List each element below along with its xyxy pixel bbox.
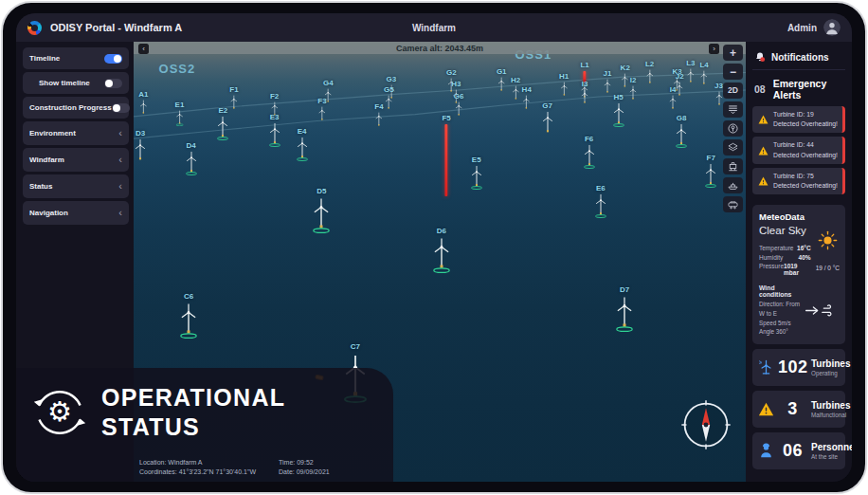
turbine-icon bbox=[217, 116, 229, 140]
warning-icon bbox=[758, 176, 769, 186]
chevron-icon: ‹ bbox=[118, 128, 122, 138]
toggle-construction-progress[interactable] bbox=[112, 103, 130, 113]
turbine-d5[interactable]: D5 bbox=[313, 188, 331, 234]
alert-item[interactable]: Turbine ID: 44 Detected Overheating! bbox=[752, 137, 845, 163]
turbine-g5[interactable]: G5 bbox=[384, 86, 394, 111]
turbine-g8[interactable]: G8 bbox=[676, 115, 688, 148]
sidebar-item-environment[interactable]: Environment‹ bbox=[23, 121, 129, 145]
alert-item[interactable]: Turbine ID: 75 Detected Overheating! bbox=[752, 168, 845, 194]
sidebar-item-label: Navigation bbox=[29, 209, 68, 217]
turbine-d6[interactable]: D6 bbox=[432, 228, 450, 274]
wind-line: Direction: From W to E bbox=[759, 300, 805, 319]
turbine-e6[interactable]: E6 bbox=[594, 185, 606, 218]
layers-button[interactable] bbox=[723, 139, 743, 156]
sidebar-item-show-timeline[interactable]: Show timeline bbox=[23, 72, 129, 94]
chevron-icon: ‹ bbox=[118, 208, 122, 218]
turbine-i4[interactable]: I4 bbox=[669, 86, 678, 111]
turbine-label: G6 bbox=[454, 93, 464, 101]
turbine-e5[interactable]: E5 bbox=[470, 156, 482, 190]
notifications-header[interactable]: Notifications bbox=[752, 48, 845, 70]
locate-button[interactable] bbox=[723, 120, 743, 137]
substation-button[interactable] bbox=[723, 158, 743, 174]
turbine-e1[interactable]: E1 bbox=[175, 101, 185, 126]
status-card-turbines-operating: 102TurbinesOperating bbox=[752, 349, 845, 386]
turbine-g1[interactable]: G1 bbox=[497, 68, 507, 93]
turbine-icon bbox=[669, 95, 678, 111]
alert-item[interactable]: Turbine ID: 19 Detected Overheating! bbox=[752, 106, 845, 133]
turbine-label: G8 bbox=[677, 115, 687, 122]
toggle-knob bbox=[105, 80, 113, 87]
status-text: TurbinesMalfunctional bbox=[811, 400, 850, 419]
turbine-c6[interactable]: C6 bbox=[180, 293, 198, 339]
view-2d-button[interactable]: 2D bbox=[723, 82, 743, 99]
turbine-h2[interactable]: H2 bbox=[511, 77, 520, 101]
meteo-title: MeteoData bbox=[759, 211, 839, 222]
turbine-l4[interactable]: L4 bbox=[699, 62, 708, 86]
turbine-f7[interactable]: F7 bbox=[705, 155, 717, 188]
turbine-label: D7 bbox=[620, 286, 629, 294]
emergency-alerts-header: 08 Emergency Alerts bbox=[752, 70, 845, 106]
collapse-right-button[interactable]: › bbox=[709, 44, 719, 54]
turbine-g6[interactable]: G6 bbox=[454, 93, 464, 118]
turbine-d7[interactable]: D7 bbox=[616, 286, 634, 333]
collapse-left-button[interactable]: ‹ bbox=[138, 44, 149, 54]
turbine-label: E5 bbox=[472, 156, 481, 164]
turbine-h1[interactable]: H1 bbox=[559, 73, 569, 98]
turbine-j3[interactable]: J3 bbox=[714, 82, 723, 107]
wind-line: Angle 360° bbox=[759, 327, 805, 337]
status-value: 102 bbox=[778, 358, 807, 377]
turbine-f4[interactable]: F4 bbox=[374, 103, 383, 128]
zoom-out-button[interactable]: − bbox=[723, 64, 743, 80]
turbine-f3[interactable]: F3 bbox=[317, 98, 326, 122]
top-bar: ODISY Portal - Windfarm A Windfarm Admin bbox=[16, 13, 852, 42]
station-label-oss2[interactable]: OSS2 bbox=[159, 61, 196, 75]
map-toolbar: +−2D bbox=[723, 45, 743, 212]
app-title: ODISY Portal - Windfarm A bbox=[50, 22, 182, 33]
turbine-label: E6 bbox=[596, 185, 606, 192]
sidebar-item-timeline[interactable]: Timeline bbox=[23, 47, 129, 69]
toggle-show-timeline[interactable] bbox=[104, 79, 122, 88]
turbine-e2[interactable]: E2 bbox=[217, 107, 229, 140]
vehicle-button[interactable] bbox=[723, 196, 743, 212]
turbine-a1[interactable]: A1 bbox=[138, 91, 148, 116]
vessel-button[interactable] bbox=[723, 177, 743, 193]
turbine-i2[interactable]: I2 bbox=[629, 77, 638, 101]
sidebar-item-label: Status bbox=[29, 182, 52, 191]
turbine-e4[interactable]: E4 bbox=[296, 128, 308, 161]
compass[interactable] bbox=[679, 398, 732, 451]
alert-text: Turbine ID: 75 Detected Overheating! bbox=[773, 172, 839, 191]
turbine-i3[interactable]: I3 bbox=[581, 81, 589, 105]
turbine-f6[interactable]: F6 bbox=[583, 136, 595, 169]
toggle-timeline[interactable] bbox=[104, 54, 122, 64]
turbine-label: E1 bbox=[175, 101, 185, 109]
turbine-l3[interactable]: L3 bbox=[686, 60, 695, 84]
turbine-g7[interactable]: G7 bbox=[541, 102, 553, 136]
location-label: Location: Windfarm A bbox=[139, 459, 256, 466]
user-avatar[interactable] bbox=[823, 19, 841, 36]
turbine-icon bbox=[616, 295, 634, 333]
zoom-in-button[interactable]: + bbox=[723, 45, 743, 61]
status-text: TurbinesOperating bbox=[811, 358, 850, 377]
alert-text: Turbine ID: 44 Detected Overheating! bbox=[773, 140, 839, 159]
warning-icon bbox=[758, 115, 769, 124]
status-cards: 102TurbinesOperating3TurbinesMalfunction… bbox=[752, 344, 845, 469]
turbine-label: F6 bbox=[585, 136, 593, 143]
meteo-label: Humidity bbox=[759, 254, 783, 261]
turbine-f5[interactable]: F5 bbox=[442, 115, 450, 196]
sidebar-item-status[interactable]: Status‹ bbox=[23, 174, 129, 198]
turbine-l2[interactable]: L2 bbox=[645, 61, 654, 85]
turbine-label: H5 bbox=[614, 94, 624, 101]
sidebar-item-navigation[interactable]: Navigation‹ bbox=[23, 201, 129, 225]
meteo-label: Pressure bbox=[759, 263, 784, 276]
turbine-f1[interactable]: F1 bbox=[229, 86, 238, 111]
turbine-d3[interactable]: D3 bbox=[135, 130, 147, 163]
turbine-j1[interactable]: J1 bbox=[604, 70, 612, 95]
turbine-d4[interactable]: D4 bbox=[185, 142, 197, 175]
levels-button[interactable] bbox=[723, 101, 743, 118]
sidebar-item-construction-progress[interactable]: Construction Progress bbox=[23, 97, 129, 119]
alerts-list: Turbine ID: 19 Detected Overheating!Turb… bbox=[752, 106, 845, 198]
turbine-h4[interactable]: H4 bbox=[522, 86, 532, 111]
sidebar-item-windfarm[interactable]: Windfarm‹ bbox=[23, 148, 129, 172]
turbine-h5[interactable]: H5 bbox=[612, 94, 624, 127]
turbine-e3[interactable]: E3 bbox=[268, 114, 280, 147]
